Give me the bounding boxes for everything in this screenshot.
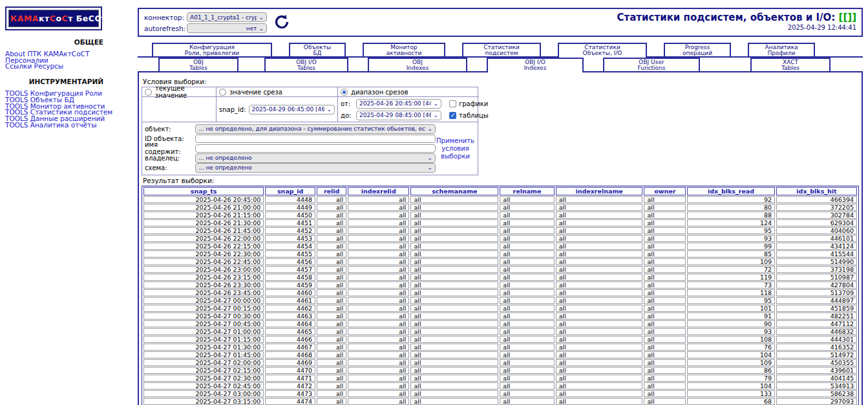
table-cell: all	[500, 196, 554, 203]
table-cell: 4459	[265, 281, 315, 289]
table-cell: 4472	[265, 382, 315, 389]
range-from-select[interactable]: 2025-04-26 20:45:00 [4448]⌄	[356, 99, 441, 109]
table-cell: all	[348, 219, 409, 226]
table-cell: 99	[687, 243, 775, 250]
table-cell: all	[644, 398, 686, 405]
table-cell: 2025-04-27 00:00:00	[143, 297, 264, 304]
table-cell: all	[500, 297, 554, 304]
table-cell: all	[556, 227, 643, 234]
table-cell: all	[500, 367, 554, 374]
autorefresh-select[interactable]: нет⌄	[187, 23, 267, 33]
table-cell: all	[348, 320, 409, 327]
filter-label: схема:	[145, 164, 195, 171]
table-cell: all	[644, 243, 686, 250]
connector-select[interactable]: A01_1_1_crypta1 - crypta_1_1⌄	[187, 12, 267, 22]
snap-id-select[interactable]: 2025-04-29 06:45:00 [4680]⌄	[249, 105, 335, 115]
table-cell: all	[644, 312, 686, 320]
autorefresh-label: autorefresh:	[144, 25, 187, 32]
schema-select[interactable]: ... не определено⌄	[195, 163, 436, 173]
conditions-label: Условия выборки:	[143, 78, 859, 85]
radio-slice-value[interactable]	[219, 89, 226, 96]
table-cell: all	[556, 274, 643, 281]
chevron-down-icon: ⌄	[427, 155, 432, 160]
table-cell: 4453	[265, 235, 315, 242]
sidebar-link[interactable]: TOOLS Аналитика отчёты	[5, 122, 138, 129]
name-contains-input[interactable]	[195, 144, 436, 153]
title-brackets: [[]]	[839, 12, 856, 23]
table-cell: all	[500, 305, 554, 312]
table-cell: 2025-04-26 20:45:00	[143, 196, 264, 203]
snap-id-label: snap_id:	[219, 106, 246, 113]
table-cell: all	[410, 258, 498, 265]
tab-objects-db[interactable]: ОбъектыБД	[289, 43, 346, 56]
refresh-icon[interactable]	[273, 14, 290, 30]
filter-label: имя содержит:	[145, 141, 195, 155]
table-cell: all	[410, 243, 498, 250]
table-cell: all	[317, 336, 346, 343]
table-cell: all	[556, 351, 643, 358]
table-cell: all	[556, 344, 643, 351]
table-cell: 415544	[776, 250, 857, 257]
table-cell: 2025-04-27 01:45:00	[143, 351, 264, 358]
table-cell: 427804	[776, 281, 857, 289]
column-header: idx_blks_hit	[776, 187, 857, 195]
tab-obj-io-tables[interactable]: OBJ I/OTables	[264, 58, 348, 71]
table-cell: 404145	[776, 375, 857, 382]
table-cell: 2025-04-26 22:30:00	[143, 250, 264, 257]
table-row: 2025-04-27 01:00:004465allallallallallal…	[143, 328, 857, 335]
tab-obj-io-indexes[interactable]: OBJ I/OIndexes	[487, 58, 584, 72]
table-cell: all	[410, 398, 498, 405]
table-cell: 2025-04-27 02:15:00	[143, 367, 264, 374]
tab-activity-monitor[interactable]: Мониторактивности	[363, 43, 445, 56]
radio-current-value[interactable]	[145, 89, 152, 96]
table-cell: 80	[687, 204, 775, 211]
table-cell: 510987	[776, 274, 857, 281]
charts-checkbox[interactable]	[449, 100, 456, 107]
table-cell: all	[644, 250, 686, 257]
owner-select[interactable]: ... не определено⌄	[195, 153, 436, 163]
app-logo-text: КАМАктСоСт БеССт	[8, 10, 99, 27]
object-select[interactable]: ... не определено, для диапазона - сумми…	[195, 124, 436, 134]
table-cell: 372205	[776, 204, 857, 211]
table-cell: all	[556, 359, 643, 366]
tab-objects-io-stats[interactable]: СтатистикиОбъекты, I/O	[558, 43, 647, 58]
table-row: 2025-04-26 22:45:004456allallallallallal…	[143, 258, 857, 265]
tab-obj-user-functions[interactable]: OBJ UserFunctions	[603, 58, 700, 71]
table-cell: all	[556, 375, 643, 382]
table-cell: all	[556, 243, 643, 250]
radio-slice-range[interactable]	[341, 89, 348, 96]
table-cell: all	[556, 305, 643, 312]
table-cell: all	[644, 258, 686, 265]
sidebar-link[interactable]: Ссылки Ресурсы	[5, 63, 138, 70]
table-cell: all	[410, 266, 498, 273]
tab-analytics-profiles[interactable]: АналитикаПрофили	[748, 43, 815, 56]
tab-obj-indexes[interactable]: OBJIndexes	[368, 58, 467, 71]
table-cell: all	[500, 312, 554, 320]
table-cell: 4471	[265, 375, 315, 382]
table-cell: 119	[687, 274, 775, 281]
tab-obj-tables[interactable]: OBJTables	[158, 58, 238, 71]
column-header: relid	[317, 187, 346, 195]
table-cell: 76	[687, 344, 775, 351]
tab-progress-ops[interactable]: Progressопераций	[664, 43, 731, 56]
table-cell: 416352	[776, 344, 857, 351]
tab-subsystem-stats[interactable]: Статистикиподсистем	[462, 43, 541, 56]
range-to-select[interactable]: 2025-04-29 08:45:00 [4688]⌄	[356, 111, 441, 120]
table-row: 2025-04-27 02:15:004470allallallallallal…	[143, 367, 857, 374]
tab-xact-tables[interactable]: XACTTables	[750, 58, 831, 71]
table-cell: 86	[687, 367, 775, 374]
table-cell: all	[500, 336, 554, 343]
column-header: relname	[500, 187, 554, 195]
tab-config-roles[interactable]: КонфигурацияРоли, привелегии	[152, 43, 272, 56]
table-cell: all	[500, 235, 554, 242]
table-cell: all	[556, 281, 643, 289]
table-row: 2025-04-26 22:15:004454allallallallallal…	[143, 243, 857, 250]
table-cell: all	[556, 212, 643, 219]
table-cell: all	[317, 312, 346, 320]
table-cell: 93	[687, 328, 775, 335]
page-timestamp: 2025-04-29 12:44:41	[617, 24, 856, 31]
apply-filters-link[interactable]: Применить условия выборки	[436, 124, 475, 173]
object-id-input[interactable]	[195, 135, 436, 143]
tables-checkbox[interactable]	[449, 112, 456, 119]
table-cell: all	[556, 289, 643, 296]
